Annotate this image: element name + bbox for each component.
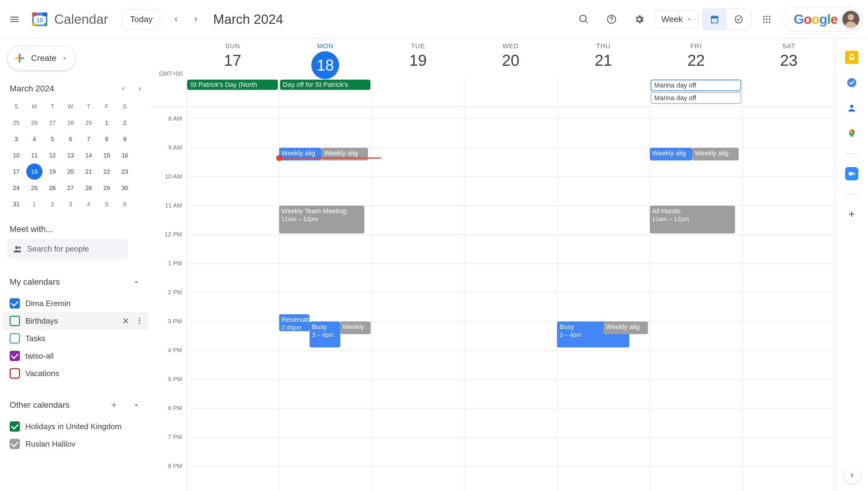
hour-cell[interactable]: [650, 264, 743, 293]
hour-cell[interactable]: [557, 148, 650, 177]
mini-day[interactable]: 21: [81, 164, 97, 180]
hour-cell[interactable]: [742, 264, 835, 293]
hour-cell[interactable]: [372, 437, 464, 466]
main-menu-button[interactable]: [2, 7, 27, 31]
mini-day[interactable]: 4: [26, 131, 42, 147]
calendar-item[interactable]: Birthdays: [2, 312, 148, 330]
hour-cell[interactable]: [557, 379, 650, 408]
hour-cell[interactable]: [279, 350, 372, 379]
mini-day[interactable]: 2: [117, 115, 133, 131]
hour-cell[interactable]: [650, 107, 743, 119]
day-header[interactable]: FRI22: [650, 42, 743, 79]
hour-cell[interactable]: [464, 148, 557, 177]
support-button[interactable]: [599, 7, 624, 31]
hour-cell[interactable]: [464, 119, 557, 148]
mini-day[interactable]: 26: [44, 180, 61, 196]
allday-cell[interactable]: Day off for St Patrick's: [279, 79, 372, 107]
mini-day[interactable]: 31: [8, 196, 24, 212]
create-button[interactable]: Create: [7, 46, 76, 70]
mini-day[interactable]: 6: [117, 196, 133, 212]
day-header[interactable]: MON18: [279, 42, 372, 79]
day-header[interactable]: TUE19: [372, 42, 464, 79]
hour-cell[interactable]: [186, 206, 279, 235]
hour-cell[interactable]: [557, 235, 650, 264]
mini-day[interactable]: 18: [26, 164, 42, 180]
hour-cell[interactable]: [557, 206, 650, 235]
mini-day[interactable]: 9: [117, 131, 133, 147]
hour-cell[interactable]: [372, 119, 464, 148]
side-panel-toggle[interactable]: [844, 467, 861, 484]
allday-event[interactable]: Marina day off: [651, 92, 741, 104]
mini-day[interactable]: 15: [98, 147, 115, 164]
hour-cell[interactable]: [557, 119, 650, 148]
allday-cell[interactable]: St Patrick's Day (North: [186, 79, 279, 107]
allday-event[interactable]: Day off for St Patrick's: [280, 80, 371, 90]
calendar-item[interactable]: Dima Eremin: [7, 295, 151, 312]
hour-cell[interactable]: [372, 408, 464, 437]
hour-cell[interactable]: [650, 408, 743, 437]
hour-cell[interactable]: [742, 437, 835, 466]
account-chip[interactable]: Google: [782, 7, 863, 32]
day-header[interactable]: SUN17: [186, 42, 279, 79]
hour-cell[interactable]: [557, 177, 650, 206]
hour-cell[interactable]: [186, 466, 279, 491]
mini-day[interactable]: 10: [8, 147, 24, 164]
calendar-checkbox[interactable]: [10, 316, 20, 326]
mini-day[interactable]: 3: [8, 131, 24, 147]
hour-cell[interactable]: [372, 235, 464, 264]
hour-cell[interactable]: [186, 107, 279, 119]
contacts-addon[interactable]: [845, 102, 858, 115]
hour-cell[interactable]: [279, 177, 372, 206]
hour-cell[interactable]: [650, 235, 743, 264]
hour-cell[interactable]: [279, 466, 372, 491]
mini-day[interactable]: 8: [98, 131, 115, 147]
mini-day[interactable]: 24: [8, 180, 24, 196]
mini-day[interactable]: 14: [81, 147, 97, 164]
hour-cell[interactable]: [279, 408, 372, 437]
hour-cell[interactable]: [557, 466, 650, 491]
mini-day[interactable]: 25: [26, 180, 42, 196]
my-calendars-collapse[interactable]: [127, 272, 146, 292]
hour-cell[interactable]: [742, 321, 835, 350]
keep-addon[interactable]: [845, 51, 858, 64]
hour-cell[interactable]: [742, 177, 835, 206]
hour-cell[interactable]: [650, 119, 743, 148]
mini-day[interactable]: 4: [81, 196, 97, 212]
calendar-item[interactable]: Tasks: [7, 330, 151, 347]
hour-cell[interactable]: [186, 264, 279, 293]
hour-cell[interactable]: [464, 177, 557, 206]
hour-cell[interactable]: [557, 264, 650, 293]
calendar-event[interactable]: Weekly alig: [279, 148, 321, 161]
hour-cell[interactable]: [372, 293, 464, 321]
hour-cell[interactable]: [650, 350, 743, 379]
hour-cell[interactable]: [464, 107, 557, 119]
calendar-checkbox[interactable]: [10, 298, 20, 309]
hour-cell[interactable]: [372, 321, 464, 350]
hour-cell[interactable]: [186, 235, 279, 264]
hour-cell[interactable]: [464, 206, 557, 235]
allday-event[interactable]: Marina day off: [651, 80, 741, 91]
hour-cell[interactable]: [650, 177, 743, 206]
calendar-event[interactable]: Weekly alig: [650, 148, 692, 161]
hour-cell[interactable]: [464, 466, 557, 491]
account-avatar[interactable]: [841, 10, 861, 29]
hour-cell[interactable]: [650, 293, 743, 321]
hour-cell[interactable]: [372, 379, 464, 408]
close-icon[interactable]: [122, 317, 130, 325]
hour-cell[interactable]: [742, 293, 835, 321]
mini-calendar[interactable]: SMTWTFS252627282912345678910111213141516…: [7, 98, 134, 212]
calendar-event[interactable]: Weekly: [340, 321, 371, 334]
mini-day[interactable]: 30: [117, 180, 133, 196]
mini-day[interactable]: 7: [81, 131, 97, 147]
mini-next-month[interactable]: [133, 81, 147, 96]
mini-day[interactable]: 23: [117, 164, 133, 180]
mini-day[interactable]: 6: [62, 131, 79, 147]
today-button[interactable]: Today: [123, 9, 160, 29]
allday-cell[interactable]: Marina day offMarina day off: [650, 79, 743, 107]
hour-cell[interactable]: [186, 293, 279, 321]
search-button[interactable]: [572, 7, 596, 31]
calendar-item[interactable]: Vacations: [7, 365, 151, 382]
calendar-item[interactable]: twiso-all: [7, 347, 151, 365]
hour-cell[interactable]: [372, 148, 464, 177]
hour-cell[interactable]: [186, 350, 279, 379]
